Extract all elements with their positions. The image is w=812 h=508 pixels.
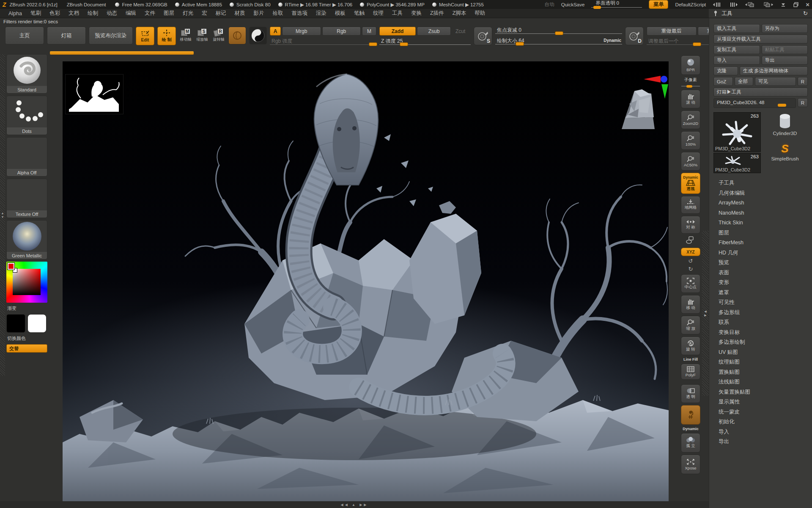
subpalette-item[interactable]: 多边形组 [713,308,808,318]
left-tray-toggle-icon[interactable] [713,2,722,7]
material-preview-button[interactable] [249,27,267,44]
subpixel-slider[interactable] [681,85,700,88]
edit-mode-button[interactable]: Edit [136,27,154,45]
draw-mode-button[interactable]: 绘 制 [157,27,176,45]
minimize-icon[interactable] [780,2,786,7]
floor-grid-button[interactable]: 地网格 [681,196,700,214]
menu-item[interactable]: 绘制 [83,9,102,18]
menu-item[interactable]: 笔刷 [26,9,45,18]
redo-last-button[interactable]: 重做最后 [647,27,697,36]
scroll-button[interactable]: 滚 动 [681,90,700,108]
subpalette-item[interactable]: 法线贴图 [713,377,808,387]
export-button[interactable]: 导出 [762,56,808,65]
a-button[interactable]: A [270,27,281,36]
menu-item[interactable]: 文件 [140,9,159,18]
menu-button[interactable]: 菜单 [649,0,668,9]
menu-item[interactable]: 变换 [407,9,426,18]
menu-item[interactable]: 帮助 [470,9,489,18]
current-material-button[interactable]: Green Metallic [6,220,47,260]
dynamic-draw-size-toggle[interactable]: Dynamic [604,38,621,43]
subpalette-item[interactable]: 纹理贴图 [713,357,808,367]
menu-item[interactable]: 标记 [211,9,230,18]
rotate-gizmo-button[interactable]: R 旋转轴 [212,27,225,49]
switch-color-label[interactable]: 切换颜色 [6,335,47,342]
actual-size-button[interactable]: 100% [681,131,700,150]
subpalette-item[interactable]: 可见性 [713,298,808,308]
subpalette-item[interactable]: 统一蒙皮 [713,407,808,417]
ghost-transparency-button[interactable] [681,405,700,425]
menu-item[interactable]: 影片 [249,9,268,18]
menu-item[interactable]: 文档 [64,9,83,18]
lightbox-tool-button[interactable]: 灯箱▶工具 [713,88,808,97]
subpalette-item[interactable]: 遮罩 [713,288,808,298]
current-alpha-button[interactable]: Alpha Off [6,137,47,177]
subpalette-item[interactable]: FiberMesh [713,238,808,248]
copy-tool-button[interactable]: 复制工具 [713,45,760,54]
spin-z-button[interactable]: ↻ [689,266,693,272]
z-intensity-slider[interactable]: Z 强度 25 [379,38,471,46]
focal-shift-slider[interactable]: 焦点衰减 0 [495,27,622,35]
goz-all-button[interactable]: 全部 [735,77,753,86]
recent-tool-thumbnail[interactable]: 263 PM3D_Cube3D2 [713,153,761,173]
load-tool-button[interactable]: 载入工具 [713,24,760,33]
goz-visible-button[interactable]: 可见 [755,77,796,86]
secondary-color-swatch[interactable] [27,314,47,333]
simplebrush-tool[interactable]: S SimpleBrush [762,138,808,165]
dock-right-icon[interactable] [763,2,774,8]
menu-item[interactable]: 编辑 [121,9,140,18]
paste-tool-button[interactable]: 粘贴工具 [762,45,808,54]
menu-item[interactable]: 拾取 [268,9,287,18]
menu-item[interactable]: 动态 [102,9,121,18]
rgb-button[interactable]: Rgb [322,27,361,36]
clone-button[interactable]: 克隆 [713,66,738,75]
frame-button[interactable]: 中心点 [681,274,700,293]
menu-item[interactable]: 宏 [198,9,211,18]
gradient-label[interactable]: 渐变 [6,305,47,312]
cylinder3d-tool[interactable]: Cylinder3D [762,111,808,138]
subpalette-item[interactable]: 变形 [713,278,808,288]
zcut-button[interactable]: Zcut [452,27,469,36]
menu-item[interactable]: 模板 [331,9,350,18]
menu-item[interactable]: 纹理 [369,9,388,18]
current-stroke-button[interactable]: Dots [6,96,47,135]
solo-button[interactable]: 孤 立 [681,433,700,453]
subpalette-item[interactable]: NanoMesh [713,208,808,218]
subpalette-item[interactable]: 表面 [713,268,808,278]
scale-gizmo-button[interactable]: S 缩放轴 [195,27,209,49]
import-button[interactable]: 导入 [713,56,760,65]
zsub-button[interactable]: Zsub [417,27,451,36]
active-tool-thumbnail[interactable]: 263 PM3D_Cube3D2 [713,112,761,152]
dock-left-icon[interactable] [745,2,756,8]
saturation-value-square[interactable] [13,269,41,295]
spin-y-button[interactable]: ↺ [689,258,693,264]
menu-item[interactable]: 首选项 [287,9,312,18]
palette-cycle-icon[interactable]: ↻ [803,10,808,17]
menu-item[interactable]: Z插件 [426,9,448,18]
goz-button[interactable]: GoZ [713,77,733,86]
preview-boolean-button[interactable]: 预览布尔渲染 [89,27,133,44]
subpalette-item[interactable]: 导入 [713,427,808,437]
subpalette-item[interactable]: 几何体编辑 [713,188,808,199]
ui-opacity-slider[interactable]: 界面透明 0 [591,1,642,8]
subpalette-item[interactable]: ArrayMesh [713,198,808,208]
quicksave-button[interactable]: QuickSave [561,2,585,7]
move-gizmo-button[interactable]: M 移动轴 [179,27,192,49]
bpr-render-button[interactable]: BPR [681,55,700,75]
menu-item[interactable]: 笔触 [350,9,369,18]
right-tray-toggle-icon[interactable] [729,2,738,7]
subpalette-item[interactable]: HD 几何 [713,248,808,258]
antialiased-half-button[interactable]: AC50% [681,152,700,171]
make-polymesh-button[interactable]: 生成 多边形网格物体 [740,66,808,75]
alternate-button[interactable]: 交替 [6,344,47,353]
stroke-curve-button[interactable]: S [474,27,492,45]
menu-item[interactable]: 色彩 [45,9,64,18]
menu-item[interactable]: Z脚本 [448,9,471,18]
menu-item[interactable]: 材质 [230,9,249,18]
restore-icon[interactable] [793,2,799,7]
draw-size-slider[interactable]: 绘制大小 64 Dynamic [495,37,622,46]
redo-brush-button[interactable]: D [625,27,644,45]
subpalette-item[interactable]: 多边形绘制 [713,337,808,348]
tool-r-button[interactable]: R [798,98,808,107]
move-canvas-button[interactable]: 移 动 [681,295,700,314]
subpalette-item[interactable]: UV 贴图 [713,348,808,358]
